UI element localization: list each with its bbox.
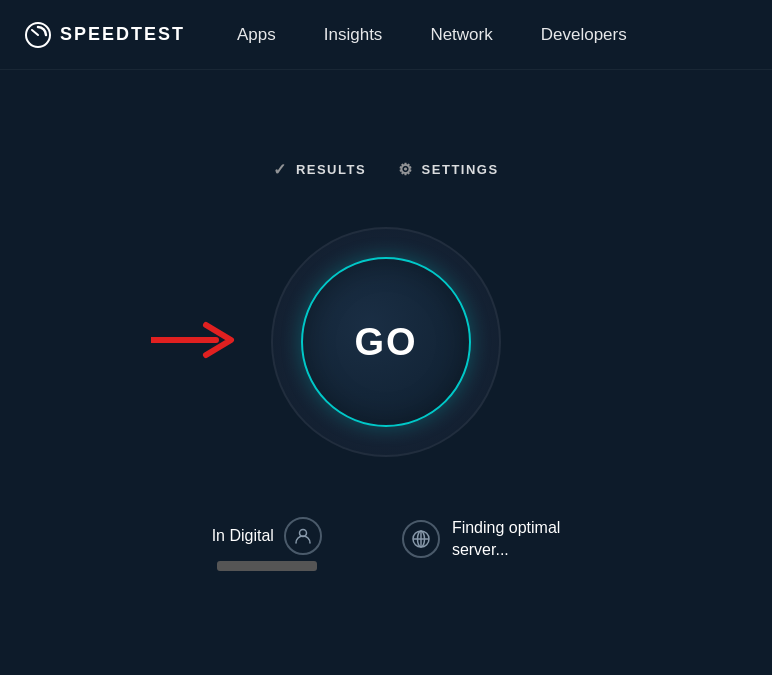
server-section: Finding optimalserver... [402, 517, 561, 562]
main-content: ✓ RESULTS ⚙ SETTINGS GO In Digital [0, 70, 772, 571]
tab-settings[interactable]: ⚙ SETTINGS [398, 160, 499, 179]
red-arrow-icon [151, 320, 241, 364]
location-section: In Digital [212, 517, 322, 571]
nav-link-insights[interactable]: Insights [304, 17, 403, 52]
nav-item-insights[interactable]: Insights [304, 25, 403, 45]
location-sub-blurred [217, 561, 317, 571]
nav-item-network[interactable]: Network [410, 25, 512, 45]
outer-ring: GO [271, 227, 501, 457]
location-row: In Digital [212, 517, 322, 555]
bottom-info: In Digital Finding optimals [86, 517, 686, 571]
location-label: In Digital [212, 527, 274, 545]
nav-item-apps[interactable]: Apps [217, 25, 296, 45]
gear-icon: ⚙ [398, 160, 414, 179]
tab-results[interactable]: ✓ RESULTS [273, 160, 366, 179]
go-button[interactable]: GO [301, 257, 471, 427]
logo[interactable]: SPEEDTEST [24, 21, 185, 49]
tab-results-label: RESULTS [296, 162, 366, 177]
tabs-bar: ✓ RESULTS ⚙ SETTINGS [273, 160, 498, 179]
tab-settings-label: SETTINGS [422, 162, 499, 177]
go-button-container: GO [271, 227, 501, 457]
nav-link-apps[interactable]: Apps [217, 17, 296, 52]
nav-links: Apps Insights Network Developers [217, 25, 647, 45]
navbar: SPEEDTEST Apps Insights Network Develope… [0, 0, 772, 70]
logo-text: SPEEDTEST [60, 24, 185, 45]
nav-item-developers[interactable]: Developers [521, 25, 647, 45]
server-status-text: Finding optimalserver... [452, 517, 561, 562]
check-icon: ✓ [273, 160, 288, 179]
logo-icon [24, 21, 52, 49]
nav-link-network[interactable]: Network [410, 17, 512, 52]
person-icon[interactable] [284, 517, 322, 555]
globe-icon[interactable] [402, 520, 440, 558]
nav-link-developers[interactable]: Developers [521, 17, 647, 52]
go-label: GO [354, 321, 417, 364]
